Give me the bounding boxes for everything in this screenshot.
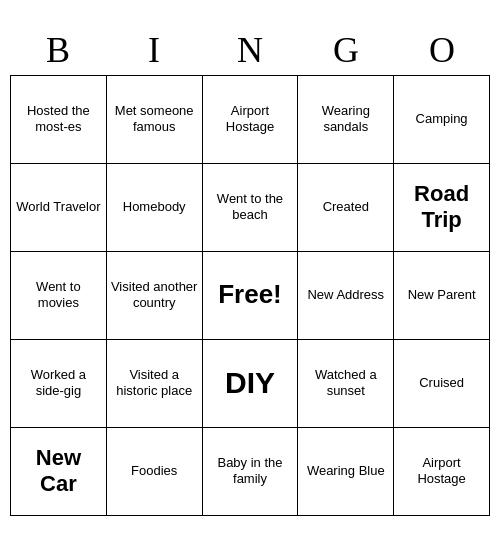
bingo-cell: Free! <box>203 252 299 340</box>
bingo-cell: New Car <box>11 428 107 516</box>
bingo-cell: Airport Hostage <box>203 76 299 164</box>
bingo-cell: Created <box>298 164 394 252</box>
bingo-cell: DIY <box>203 340 299 428</box>
bingo-cell: Foodies <box>107 428 203 516</box>
bingo-cell: Met someone famous <box>107 76 203 164</box>
bingo-letter: G <box>302 29 390 71</box>
bingo-letter: O <box>398 29 486 71</box>
bingo-cell: New Parent <box>394 252 490 340</box>
bingo-grid: Hosted the most-esMet someone famousAirp… <box>10 75 490 516</box>
bingo-cell: Went to the beach <box>203 164 299 252</box>
bingo-cell: Cruised <box>394 340 490 428</box>
bingo-cell: Watched a sunset <box>298 340 394 428</box>
bingo-cell: Wearing Blue <box>298 428 394 516</box>
bingo-cell: Airport Hostage <box>394 428 490 516</box>
bingo-letter: B <box>14 29 102 71</box>
bingo-cell: Visited a historic place <box>107 340 203 428</box>
bingo-cell: Homebody <box>107 164 203 252</box>
bingo-letter: I <box>110 29 198 71</box>
bingo-letter: N <box>206 29 294 71</box>
bingo-header: BINGO <box>10 29 490 71</box>
bingo-cell: Worked a side-gig <box>11 340 107 428</box>
bingo-card: BINGO Hosted the most-esMet someone famo… <box>10 29 490 516</box>
bingo-cell: Visited another country <box>107 252 203 340</box>
bingo-cell: World Travelor <box>11 164 107 252</box>
bingo-cell: New Address <box>298 252 394 340</box>
bingo-cell: Wearing sandals <box>298 76 394 164</box>
bingo-cell: Hosted the most-es <box>11 76 107 164</box>
bingo-cell: Baby in the family <box>203 428 299 516</box>
bingo-cell: Camping <box>394 76 490 164</box>
bingo-cell: Went to movies <box>11 252 107 340</box>
bingo-cell: Road Trip <box>394 164 490 252</box>
